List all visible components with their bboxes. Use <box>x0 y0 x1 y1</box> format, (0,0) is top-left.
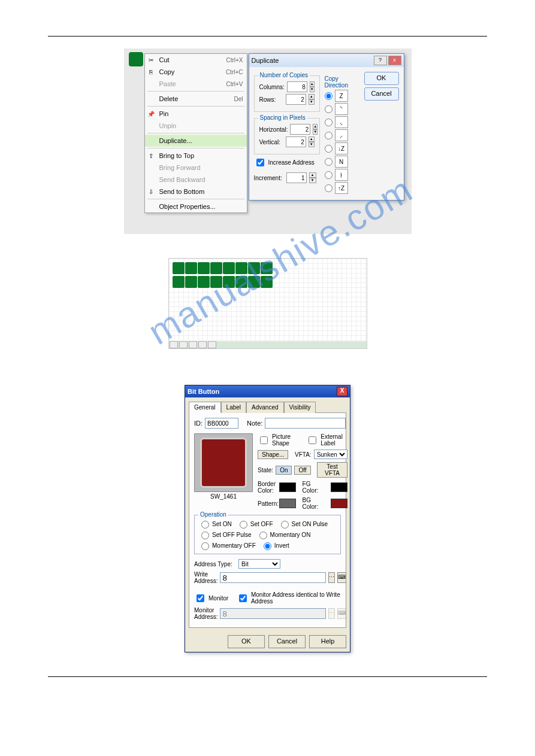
dir-radio-5[interactable] <box>325 158 333 166</box>
dir-radio-3[interactable] <box>325 132 333 139</box>
columns-input[interactable] <box>287 81 307 92</box>
vertical-input[interactable] <box>286 136 306 147</box>
rows-spinner[interactable]: ▲▼ <box>309 94 315 105</box>
op-set-off-pulse[interactable] <box>201 532 209 539</box>
dir-radio-4[interactable] <box>325 145 333 153</box>
dup-object[interactable] <box>198 262 210 274</box>
picture-shape-check[interactable] <box>260 436 268 444</box>
dir-radio-6[interactable] <box>325 171 333 179</box>
menu-bring-forward: Bring Forward <box>145 162 247 174</box>
spacing-group: Spacing in Pixels Horizontal:▲▼ Vertical… <box>254 118 320 154</box>
op-invert[interactable] <box>264 542 271 550</box>
pattern-swatch[interactable] <box>279 499 296 508</box>
dup-object[interactable] <box>248 276 260 288</box>
op-set-on-pulse[interactable] <box>281 521 289 529</box>
cancel-button[interactable]: Cancel <box>364 87 399 101</box>
note-field[interactable] <box>265 418 346 429</box>
number-of-copies-group: Number of Copies Columns:▲▼ Rows:▲▼ <box>254 75 320 112</box>
dup-object[interactable] <box>210 276 222 288</box>
dup-object[interactable] <box>261 276 273 288</box>
state-on-button[interactable]: On <box>276 466 292 475</box>
menu-object-properties[interactable]: Object Properties... <box>145 201 247 212</box>
dialog-titlebar: Bit Button X <box>185 385 350 397</box>
canvas-object[interactable] <box>129 52 143 66</box>
external-label-check[interactable] <box>309 436 316 444</box>
dup-object[interactable] <box>198 276 210 288</box>
dup-object[interactable] <box>261 262 273 274</box>
dup-object[interactable] <box>185 262 197 274</box>
rows-input[interactable] <box>286 94 306 105</box>
dir-radio-2[interactable] <box>325 119 333 126</box>
operation-group: Operation Set ON Set OFF Set ON Pulse Se… <box>194 515 341 554</box>
menu-cut[interactable]: ✂CutCtrl+X <box>145 54 247 66</box>
dup-object[interactable] <box>185 276 197 288</box>
screenshot-duplicate-setup: ✂CutCtrl+X ⎘CopyCtrl+C PasteCtrl+V Delet… <box>124 48 412 234</box>
columns-spinner[interactable]: ▲▼ <box>310 81 315 92</box>
dup-object[interactable] <box>235 262 247 274</box>
test-vfta-button[interactable]: Test VFTA <box>317 462 347 478</box>
dup-object[interactable] <box>248 262 260 274</box>
bit-button-dialog: Bit Button X General Label Advanced Visi… <box>185 385 350 652</box>
dialog-titlebar: Duplicate ? x <box>249 54 404 67</box>
state-off-button[interactable]: Off <box>294 466 310 475</box>
monitor-identical-check[interactable] <box>239 594 247 602</box>
tab-general[interactable]: General <box>189 402 221 413</box>
address-browse-icon[interactable]: ⋯ <box>328 572 335 583</box>
dup-object[interactable] <box>235 276 247 288</box>
menu-duplicate[interactable]: Duplicate... <box>145 135 247 147</box>
id-field[interactable] <box>205 418 238 429</box>
preview-shape <box>200 438 247 488</box>
send-bottom-icon: ⇩ <box>146 187 156 196</box>
op-set-off[interactable] <box>240 521 247 529</box>
help-button[interactable]: Help <box>309 635 346 648</box>
status-bar <box>169 341 367 348</box>
op-momentary-off[interactable] <box>201 542 209 550</box>
copy-icon: ⎘ <box>146 68 156 76</box>
bring-top-icon: ⇪ <box>146 151 156 160</box>
menu-copy[interactable]: ⎘CopyCtrl+C <box>145 66 247 78</box>
shape-button[interactable]: Shape... <box>258 450 288 459</box>
preview-name: SW_1461 <box>194 493 253 500</box>
dir-radio-7[interactable] <box>325 184 333 192</box>
menu-delete[interactable]: DeleteDel <box>145 93 247 105</box>
dup-object[interactable] <box>223 262 235 274</box>
fg-color-swatch[interactable] <box>331 482 347 492</box>
tab-label[interactable]: Label <box>221 402 246 413</box>
horizontal-input[interactable] <box>290 124 310 135</box>
screenshot-duplicate-result <box>168 258 367 349</box>
dup-object[interactable] <box>210 262 222 274</box>
increase-address-check[interactable] <box>256 159 264 166</box>
write-address-input[interactable] <box>220 572 326 583</box>
bg-color-swatch[interactable] <box>331 499 347 508</box>
monitor-check[interactable] <box>197 594 204 602</box>
dup-object[interactable] <box>223 276 235 288</box>
dup-object[interactable] <box>173 276 185 288</box>
tab-bar: General Label Advanced Visibility <box>185 397 350 412</box>
menu-paste: PasteCtrl+V <box>145 78 247 90</box>
op-set-on[interactable] <box>201 521 209 529</box>
address-type-select[interactable]: Bit <box>238 559 280 569</box>
dir-radio-0[interactable] <box>325 92 333 100</box>
address-browse-icon: ⋯ <box>328 608 335 619</box>
cancel-button[interactable]: Cancel <box>268 635 306 648</box>
vfta-select[interactable]: Sunken <box>314 450 347 459</box>
increment-input[interactable] <box>286 172 307 183</box>
ok-button[interactable]: OK <box>228 635 265 648</box>
close-button[interactable]: X <box>337 387 347 396</box>
tab-advanced[interactable]: Advanced <box>246 402 283 413</box>
op-momentary-on[interactable] <box>259 532 267 539</box>
ok-button[interactable]: OK <box>364 72 399 85</box>
tab-visibility[interactable]: Visibility <box>284 402 316 413</box>
help-button[interactable]: ? <box>374 56 387 65</box>
close-button[interactable]: x <box>388 56 401 65</box>
address-keypad-icon: ⌨ <box>337 608 346 619</box>
border-color-swatch[interactable] <box>279 482 296 492</box>
dir-radio-1[interactable] <box>325 105 333 113</box>
dir-icon-0: Z <box>335 90 348 102</box>
address-keypad-icon[interactable]: ⌨ <box>337 572 346 583</box>
menu-unpin: Unpin <box>145 120 247 132</box>
dup-object[interactable] <box>173 262 185 274</box>
menu-pin[interactable]: 📌Pin <box>145 108 247 120</box>
menu-bring-to-top[interactable]: ⇪Bring to Top <box>145 150 247 162</box>
menu-send-to-bottom[interactable]: ⇩Send to Bottom <box>145 186 247 198</box>
